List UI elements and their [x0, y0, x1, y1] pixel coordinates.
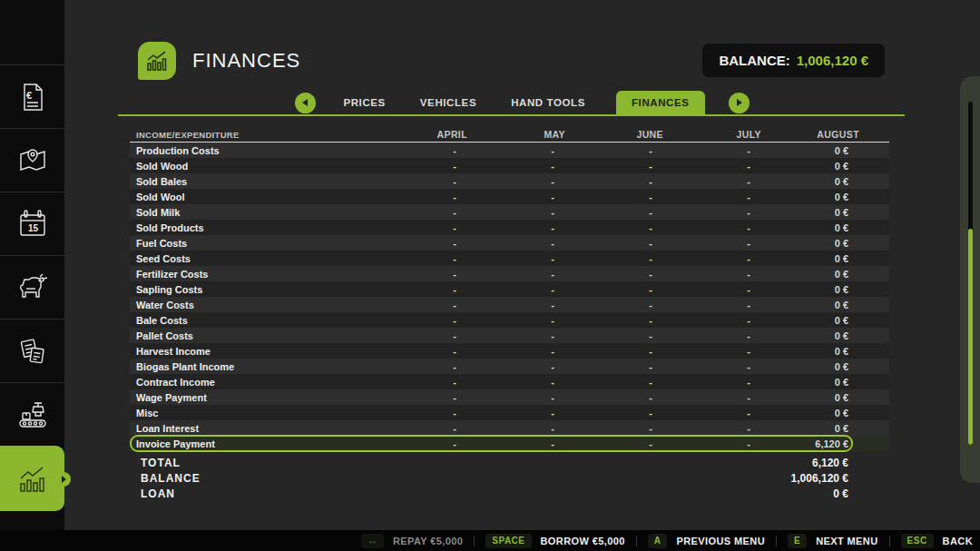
sidebar-item-animals[interactable] — [0, 255, 64, 319]
table-row-fuel-costs[interactable]: Fuel Costs----0 € — [130, 235, 889, 251]
tabs-prev-button[interactable] — [295, 93, 316, 113]
table-row-seed-costs[interactable]: Seed Costs----0 € — [130, 251, 889, 266]
summary-value: 6,120 € — [812, 457, 848, 469]
tab-finances[interactable]: FINANCES — [616, 91, 705, 115]
row-value: 0 € — [750, 346, 848, 357]
table-row-production-costs[interactable]: Production Costs----0 € — [130, 143, 889, 158]
table-row-sold-wood[interactable]: Sold Wood----0 € — [130, 158, 889, 173]
row-value: - — [554, 161, 652, 172]
sidebar-item-map[interactable] — [0, 128, 64, 192]
action-next-menu[interactable]: ENEXT MENU — [788, 534, 878, 548]
row-value: - — [456, 392, 554, 403]
column-header-june: JUNE — [565, 129, 663, 140]
balance-badge: BALANCE: 1,006,120 € — [702, 44, 885, 77]
row-value: 0 € — [750, 192, 848, 202]
tab-vehicles[interactable]: VEHICLES — [416, 97, 480, 115]
column-header-july: JULY — [663, 129, 761, 140]
row-value: - — [554, 238, 652, 249]
table-row-wage-payment[interactable]: Wage Payment----0 € — [130, 389, 889, 405]
row-value: - — [456, 207, 554, 218]
row-value: - — [652, 253, 750, 264]
table-row-water-costs[interactable]: Water Costs----0 € — [130, 297, 889, 312]
row-value: - — [554, 361, 652, 372]
production-icon — [15, 398, 50, 432]
table-row-fertilizer-costs[interactable]: Fertilizer Costs----0 € — [130, 266, 889, 281]
finances-table: INCOME/EXPENDITURE APRIL MAY JUNE JULY A… — [130, 127, 889, 451]
row-label: Wage Payment — [130, 392, 358, 403]
row-value: - — [358, 176, 456, 187]
row-value: - — [358, 330, 456, 341]
table-row-harvest-income[interactable]: Harvest Income----0 € — [130, 343, 889, 359]
row-value: - — [456, 377, 554, 388]
tab-hand-tools[interactable]: HAND TOOLS — [507, 97, 589, 115]
row-value: - — [358, 192, 456, 202]
page-header: FINANCES — [138, 42, 300, 80]
row-value: - — [652, 145, 750, 156]
row-value: 0 € — [750, 269, 848, 280]
table-row-bale-costs[interactable]: Bale Costs----0 € — [130, 312, 889, 328]
row-value: 0 € — [750, 284, 848, 295]
row-value: - — [358, 161, 456, 172]
row-label: Sapling Costs — [130, 284, 358, 295]
row-label: Pallet Costs — [130, 330, 358, 341]
scrollbar-track — [968, 102, 973, 445]
row-value: - — [456, 192, 554, 202]
row-value: - — [554, 269, 652, 280]
row-value: - — [554, 284, 652, 295]
tabs-bar: PRICESVEHICLESHAND TOOLSFINANCES — [64, 90, 980, 115]
sidebar-item-invoices[interactable]: € — [0, 64, 64, 128]
summary-label: LOAN — [130, 487, 833, 500]
row-value: - — [652, 192, 750, 202]
table-row-sold-wool[interactable]: Sold Wool----0 € — [130, 189, 889, 204]
sidebar-item-production[interactable] — [0, 382, 64, 446]
tabs-next-button[interactable] — [729, 93, 750, 113]
row-value: - — [652, 346, 750, 357]
row-value: - — [358, 361, 456, 372]
action-repay-5-000[interactable]: ↔REPAY €5,000 — [361, 534, 463, 548]
summary-row-loan: LOAN0 € — [130, 486, 889, 501]
row-value: - — [358, 145, 456, 156]
row-value: - — [456, 145, 554, 156]
row-label: Loan Interest — [130, 423, 358, 434]
action-borrow-5-000[interactable]: SPACEBORROW €5,000 — [485, 534, 624, 548]
sidebar-item-calendar[interactable]: 15 — [0, 192, 64, 255]
row-value: - — [456, 222, 554, 233]
row-value: - — [358, 408, 456, 418]
table-row-sold-bales[interactable]: Sold Bales----0 € — [130, 173, 889, 189]
table-row-misc[interactable]: Misc----0 € — [130, 405, 889, 420]
key-badge: E — [788, 534, 807, 548]
row-label: Water Costs — [130, 300, 358, 310]
key-badge: ↔ — [361, 534, 384, 548]
row-value: - — [652, 377, 750, 388]
table-row-invoice-payment[interactable]: Invoice Payment----6,120 € — [130, 436, 889, 451]
finances-title-icon — [138, 42, 176, 80]
arrow-left-icon — [302, 99, 308, 106]
row-value: - — [652, 222, 750, 233]
tab-prices[interactable]: PRICES — [339, 97, 388, 115]
row-value: - — [554, 315, 652, 326]
table-row-loan-interest[interactable]: Loan Interest----0 € — [130, 420, 889, 436]
row-value: - — [456, 361, 554, 372]
action-back[interactable]: ESCBACK — [901, 534, 973, 548]
table-row-biogas-plant-income[interactable]: Biogas Plant Income----0 € — [130, 359, 889, 374]
table-row-pallet-costs[interactable]: Pallet Costs----0 € — [130, 328, 889, 343]
table-row-sold-milk[interactable]: Sold Milk----0 € — [130, 204, 889, 220]
scrollbar[interactable] — [960, 76, 980, 483]
row-label: Bale Costs — [130, 315, 358, 326]
summary-row-balance: BALANCE1,006,120 € — [130, 470, 889, 486]
row-value: 0 € — [750, 330, 848, 341]
table-row-contract-income[interactable]: Contract Income----0 € — [130, 374, 889, 389]
sidebar: € 15 — [0, 0, 64, 530]
row-value: - — [358, 392, 456, 403]
row-value: 0 € — [750, 253, 848, 264]
separator — [776, 536, 777, 546]
row-label: Production Costs — [130, 145, 358, 156]
svg-text:15: 15 — [28, 223, 39, 233]
row-label: Sold Wool — [130, 192, 358, 202]
table-row-sapling-costs[interactable]: Sapling Costs----0 € — [130, 281, 889, 297]
row-value: - — [456, 315, 554, 326]
table-row-sold-products[interactable]: Sold Products----0 € — [130, 220, 889, 235]
action-previous-menu[interactable]: APREVIOUS MENU — [648, 534, 765, 548]
sidebar-item-finances[interactable] — [0, 446, 64, 511]
sidebar-item-contracts[interactable] — [0, 319, 64, 382]
